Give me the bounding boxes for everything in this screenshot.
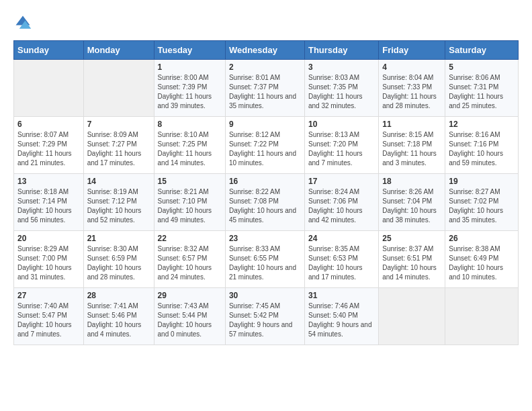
day-number: 10 [308,120,375,129]
weekday-header-row: SundayMondayTuesdayWednesdayThursdayFrid… [14,41,519,60]
day-number: 22 [158,234,222,243]
week-row-2: 6Sunrise: 8:07 AMSunset: 7:29 PMDaylight… [14,117,519,174]
day-number: 8 [158,120,222,129]
day-number: 13 [17,177,80,186]
day-number: 30 [229,291,301,300]
weekday-header-friday: Friday [379,41,445,60]
cell-info: Sunrise: 8:13 AMSunset: 7:20 PMDaylight:… [308,130,375,168]
week-row-4: 20Sunrise: 8:29 AMSunset: 7:00 PMDayligh… [14,231,519,288]
cell-info: Sunrise: 8:33 AMSunset: 6:55 PMDaylight:… [229,244,301,282]
cell-info: Sunrise: 8:19 AMSunset: 7:12 PMDaylight:… [87,187,150,225]
cell-info: Sunrise: 8:21 AMSunset: 7:10 PMDaylight:… [158,187,222,225]
day-number: 11 [382,120,441,129]
day-number: 29 [158,291,222,300]
day-number: 26 [449,234,515,243]
calendar-cell: 5Sunrise: 8:06 AMSunset: 7:31 PMDaylight… [445,60,519,117]
cell-info: Sunrise: 8:03 AMSunset: 7:35 PMDaylight:… [308,73,375,111]
cell-info: Sunrise: 7:41 AMSunset: 5:46 PMDaylight:… [87,302,150,339]
calendar-cell: 2Sunrise: 8:01 AMSunset: 7:37 PMDaylight… [225,60,304,117]
calendar-cell [83,60,154,117]
cell-info: Sunrise: 8:30 AMSunset: 6:59 PMDaylight:… [87,244,150,282]
cell-info: Sunrise: 8:04 AMSunset: 7:33 PMDaylight:… [382,73,441,111]
weekday-header-tuesday: Tuesday [154,41,225,60]
weekday-header-monday: Monday [83,41,154,60]
calendar-cell: 12Sunrise: 8:16 AMSunset: 7:16 PMDayligh… [445,117,519,174]
cell-info: Sunrise: 8:09 AMSunset: 7:27 PMDaylight:… [87,130,150,168]
calendar-cell: 21Sunrise: 8:30 AMSunset: 6:59 PMDayligh… [83,231,154,288]
cell-info: Sunrise: 7:46 AMSunset: 5:40 PMDaylight:… [308,302,375,339]
calendar-cell: 4Sunrise: 8:04 AMSunset: 7:33 PMDaylight… [379,60,445,117]
day-number: 18 [382,177,441,186]
calendar-cell: 29Sunrise: 7:43 AMSunset: 5:44 PMDayligh… [154,288,225,345]
weekday-header-sunday: Sunday [14,41,84,60]
calendar-cell: 28Sunrise: 7:41 AMSunset: 5:46 PMDayligh… [83,288,154,345]
calendar-container: SundayMondayTuesdayWednesdayThursdayFrid… [0,0,532,352]
day-number: 24 [308,234,375,243]
logo-icon [13,13,32,32]
cell-info: Sunrise: 8:32 AMSunset: 6:57 PMDaylight:… [158,244,222,282]
calendar-cell: 27Sunrise: 7:40 AMSunset: 5:47 PMDayligh… [14,288,84,345]
day-number: 20 [17,234,80,243]
day-number: 14 [87,177,150,186]
day-number: 31 [308,291,375,300]
week-row-5: 27Sunrise: 7:40 AMSunset: 5:47 PMDayligh… [14,288,519,345]
day-number: 17 [308,177,375,186]
day-number: 4 [382,62,441,72]
day-number: 2 [229,62,301,72]
calendar-cell: 1Sunrise: 8:00 AMSunset: 7:39 PMDaylight… [154,60,225,117]
calendar-cell: 10Sunrise: 8:13 AMSunset: 7:20 PMDayligh… [304,117,378,174]
calendar-cell: 23Sunrise: 8:33 AMSunset: 6:55 PMDayligh… [225,231,304,288]
day-number: 19 [449,177,515,186]
cell-info: Sunrise: 8:35 AMSunset: 6:53 PMDaylight:… [308,244,375,282]
calendar-cell: 31Sunrise: 7:46 AMSunset: 5:40 PMDayligh… [304,288,378,345]
weekday-header-thursday: Thursday [304,41,378,60]
cell-info: Sunrise: 8:01 AMSunset: 7:37 PMDaylight:… [229,73,301,111]
calendar-cell: 8Sunrise: 8:10 AMSunset: 7:25 PMDaylight… [154,117,225,174]
calendar-cell: 17Sunrise: 8:24 AMSunset: 7:06 PMDayligh… [304,174,378,231]
week-row-3: 13Sunrise: 8:18 AMSunset: 7:14 PMDayligh… [14,174,519,231]
calendar-cell: 30Sunrise: 7:45 AMSunset: 5:42 PMDayligh… [225,288,304,345]
calendar-cell: 11Sunrise: 8:15 AMSunset: 7:18 PMDayligh… [379,117,445,174]
weekday-header-saturday: Saturday [445,41,519,60]
cell-info: Sunrise: 8:12 AMSunset: 7:22 PMDaylight:… [229,130,301,168]
calendar-cell: 24Sunrise: 8:35 AMSunset: 6:53 PMDayligh… [304,231,378,288]
calendar-cell: 3Sunrise: 8:03 AMSunset: 7:35 PMDaylight… [304,60,378,117]
cell-info: Sunrise: 7:45 AMSunset: 5:42 PMDaylight:… [229,302,301,339]
calendar-cell: 15Sunrise: 8:21 AMSunset: 7:10 PMDayligh… [154,174,225,231]
calendar-cell: 7Sunrise: 8:09 AMSunset: 7:27 PMDaylight… [83,117,154,174]
day-number: 1 [158,62,222,72]
day-number: 7 [87,120,150,129]
calendar-cell: 6Sunrise: 8:07 AMSunset: 7:29 PMDaylight… [14,117,84,174]
cell-info: Sunrise: 8:07 AMSunset: 7:29 PMDaylight:… [17,130,80,168]
cell-info: Sunrise: 8:15 AMSunset: 7:18 PMDaylight:… [382,130,441,168]
calendar-cell: 16Sunrise: 8:22 AMSunset: 7:08 PMDayligh… [225,174,304,231]
calendar-cell: 14Sunrise: 8:19 AMSunset: 7:12 PMDayligh… [83,174,154,231]
calendar-cell: 25Sunrise: 8:37 AMSunset: 6:51 PMDayligh… [379,231,445,288]
calendar-cell: 22Sunrise: 8:32 AMSunset: 6:57 PMDayligh… [154,231,225,288]
header [13,13,519,32]
calendar-cell: 20Sunrise: 8:29 AMSunset: 7:00 PMDayligh… [14,231,84,288]
day-number: 16 [229,177,301,186]
cell-info: Sunrise: 8:26 AMSunset: 7:04 PMDaylight:… [382,187,441,225]
day-number: 27 [17,291,80,300]
cell-info: Sunrise: 7:40 AMSunset: 5:47 PMDaylight:… [17,302,80,339]
cell-info: Sunrise: 8:22 AMSunset: 7:08 PMDaylight:… [229,187,301,225]
calendar-table: SundayMondayTuesdayWednesdayThursdayFrid… [13,40,519,345]
day-number: 25 [382,234,441,243]
cell-info: Sunrise: 8:10 AMSunset: 7:25 PMDaylight:… [158,130,222,168]
day-number: 3 [308,62,375,72]
cell-info: Sunrise: 8:27 AMSunset: 7:02 PMDaylight:… [449,187,515,225]
day-number: 12 [449,120,515,129]
calendar-cell: 18Sunrise: 8:26 AMSunset: 7:04 PMDayligh… [379,174,445,231]
calendar-cell: 19Sunrise: 8:27 AMSunset: 7:02 PMDayligh… [445,174,519,231]
day-number: 15 [158,177,222,186]
logo [13,13,34,32]
cell-info: Sunrise: 8:24 AMSunset: 7:06 PMDaylight:… [308,187,375,225]
cell-info: Sunrise: 8:37 AMSunset: 6:51 PMDaylight:… [382,244,441,282]
cell-info: Sunrise: 8:38 AMSunset: 6:49 PMDaylight:… [449,244,515,282]
day-number: 9 [229,120,301,129]
day-number: 5 [449,62,515,72]
day-number: 23 [229,234,301,243]
calendar-cell [445,288,519,345]
calendar-cell: 13Sunrise: 8:18 AMSunset: 7:14 PMDayligh… [14,174,84,231]
